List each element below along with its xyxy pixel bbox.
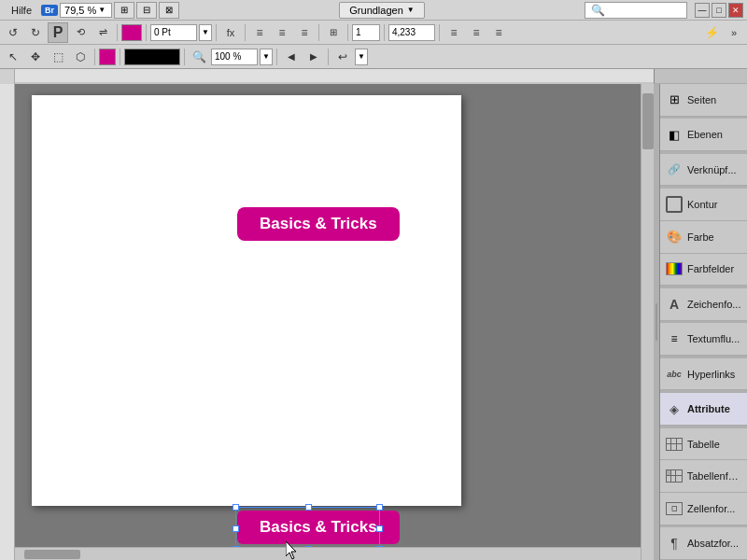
tabelle-icon	[666, 438, 683, 451]
zoom-value: 79,5 %	[64, 5, 96, 16]
menubar: Hilfe Br 79,5 % ▼ ⊞ ⊟ ⊠ Grundlagen ▼ 🔍 —…	[0, 0, 747, 21]
transform-btn[interactable]: ⟲	[70, 23, 91, 42]
panel-item-farbe[interactable]: 🎨 Farbe	[660, 221, 747, 254]
pt-dropdown-arrow[interactable]: ▼	[199, 24, 212, 41]
size-field[interactable]: 4,233	[388, 24, 435, 41]
panel-item-tabellenfo[interactable]: Tabellenfo...	[660, 460, 747, 493]
nav-prev-btn[interactable]: ◀	[281, 48, 302, 66]
align-center-btn[interactable]: ≡	[272, 23, 292, 42]
arrow-dropdown[interactable]: ▼	[355, 49, 368, 65]
tabelle-label: Tabelle	[687, 439, 720, 450]
align-right-btn[interactable]: ≡	[294, 23, 315, 42]
stroke-field[interactable]: 0 Pt	[150, 24, 197, 41]
close-button[interactable]: ✕	[728, 3, 743, 18]
textumflu-icon: ≡	[666, 330, 683, 347]
scroll-thumb-v[interactable]	[642, 93, 654, 149]
panel-item-tabelle[interactable]: Tabelle	[660, 428, 747, 461]
zeichenfo-icon: A	[666, 296, 683, 313]
menu-hilfe[interactable]: Hilfe	[4, 3, 39, 18]
arrow-tool-btn[interactable]: ↩	[332, 48, 353, 66]
nav-next-btn[interactable]: ▶	[303, 48, 324, 66]
attribute-icon: ◈	[666, 400, 683, 417]
scroll-thumb-h[interactable]	[24, 550, 80, 559]
scroll-vertical[interactable]	[641, 84, 654, 560]
view-btn2[interactable]: ⊟	[136, 2, 157, 19]
ruler-corner	[0, 69, 15, 84]
justify-btn1[interactable]: ≡	[444, 23, 464, 42]
scroll-horizontal[interactable]	[15, 547, 641, 560]
align-left-btn[interactable]: ≡	[249, 23, 270, 42]
panel-item-kontur[interactable]: Kontur	[660, 189, 747, 221]
percent-field[interactable]: 100 %	[211, 49, 258, 65]
tabellenfo-label: Tabellenfo...	[687, 470, 741, 482]
ebenen-label: Ebenen	[687, 129, 723, 140]
tool-select4[interactable]: ⬡	[70, 48, 91, 66]
zeichenfo-label: Zeichenfo...	[687, 299, 740, 310]
minimize-button[interactable]: —	[695, 3, 710, 18]
zoom-select-btn[interactable]: 🔍	[189, 48, 209, 66]
fx-btn[interactable]: fx	[220, 23, 241, 42]
zoom-arrow-icon[interactable]: ▼	[98, 6, 106, 14]
panel-item-absatzfor[interactable]: ¶ Absatzfor...	[660, 527, 747, 560]
link-btn[interactable]: ⊞	[323, 23, 344, 42]
rotate-left-btn[interactable]: ↺	[3, 23, 23, 42]
rotate-right-btn[interactable]: ↻	[25, 23, 46, 42]
grundlagen-label: Grundlagen	[349, 5, 403, 16]
panel-item-ebenen[interactable]: ◧ Ebenen	[660, 119, 747, 151]
color-swatch[interactable]	[121, 24, 142, 41]
tool-select1[interactable]: ↖	[3, 48, 23, 66]
text-tool-btn[interactable]: P	[48, 22, 68, 43]
farbfelder-label: Farbfelder	[687, 263, 734, 274]
tool-select2[interactable]: ✥	[25, 48, 46, 66]
handle-tl	[233, 504, 239, 511]
basics-button-top[interactable]: Basics & Tricks	[237, 207, 400, 241]
absatzfor-label: Absatzfor...	[687, 538, 739, 549]
view-btn3[interactable]: ⊠	[159, 2, 179, 19]
justify-btn3[interactable]: ≡	[488, 23, 509, 42]
right-panel: ⊞ Seiten ◧ Ebenen 🔗 Verknüpf... Kontur 🎨…	[659, 84, 747, 560]
tool-select3[interactable]: ⬚	[48, 48, 68, 66]
verknuepf-icon: 🔗	[666, 161, 683, 178]
page-field[interactable]: 1	[352, 24, 380, 41]
zoom-control[interactable]: 79,5 % ▼	[60, 3, 112, 18]
textumflu-label: Textumflu...	[687, 333, 740, 344]
panel-item-zellenfor[interactable]: ◻ Zellenfor...	[660, 493, 747, 525]
panel-item-attribute[interactable]: ◈ Attribute	[660, 393, 747, 426]
basics-button-selected[interactable]: Basics & Tricks	[237, 511, 400, 544]
zellenfor-label: Zellenfor...	[687, 503, 735, 514]
toolbar-row1: ↺ ↻ P ⟲ ⇌ 0 Pt ▼ fx ≡ ≡ ≡ ⊞ 1 4,233 ≡ ≡ …	[0, 21, 747, 45]
tabellenfo-icon	[666, 469, 683, 483]
attribute-label: Attribute	[687, 403, 730, 414]
ruler-right-spacer	[654, 69, 747, 83]
lightning-btn[interactable]: ⚡	[701, 23, 722, 42]
canvas-area[interactable]: Basics & Tricks Basics & Tricks	[15, 84, 654, 560]
seiten-icon: ⊞	[666, 91, 683, 108]
justify-btn2[interactable]: ≡	[466, 23, 486, 42]
panel-item-seiten[interactable]: ⊞ Seiten	[660, 84, 747, 117]
ruler-horizontal: var ticks = ''; for(var i=0;i<70;i++){ v…	[15, 69, 654, 84]
ebenen-icon: ◧	[666, 126, 683, 143]
handle-tm	[305, 504, 312, 511]
stroke-color-swatch[interactable]	[99, 49, 116, 65]
panel-item-farbfelder[interactable]: Farbfelder	[660, 254, 747, 287]
grundlagen-dropdown[interactable]: Grundlagen ▼	[339, 2, 424, 19]
br-badge: Br	[41, 5, 58, 16]
type-btn[interactable]: ⇌	[92, 23, 113, 42]
panel-item-textumflu[interactable]: ≡ Textumflu...	[660, 323, 747, 356]
panel-item-verknuepf[interactable]: 🔗 Verknüpf...	[660, 154, 747, 187]
farbe-label: Farbe	[687, 231, 714, 243]
stroke-preview[interactable]	[124, 49, 180, 65]
handle-tr	[376, 504, 383, 511]
panel-item-zeichenfo[interactable]: A Zeichenfo...	[660, 288, 747, 321]
panel-item-hyperlinks[interactable]: abc Hyperlinks	[660, 358, 747, 391]
hyperlinks-icon: abc	[666, 366, 683, 383]
zellenfor-icon: ◻	[666, 502, 683, 515]
maximize-button[interactable]: □	[712, 3, 726, 18]
seiten-label: Seiten	[687, 94, 716, 105]
extra-btn[interactable]: »	[724, 23, 744, 42]
view-btn1[interactable]: ⊞	[114, 2, 134, 19]
search-box[interactable]: 🔍	[585, 2, 687, 19]
toolbar-row2: ↖ ✥ ⬚ ⬡ 🔍 100 % ▼ ◀ ▶ ↩ ▼	[0, 45, 747, 69]
percent-arrow[interactable]: ▼	[260, 49, 273, 65]
grundlagen-arrow-icon: ▼	[407, 6, 415, 14]
